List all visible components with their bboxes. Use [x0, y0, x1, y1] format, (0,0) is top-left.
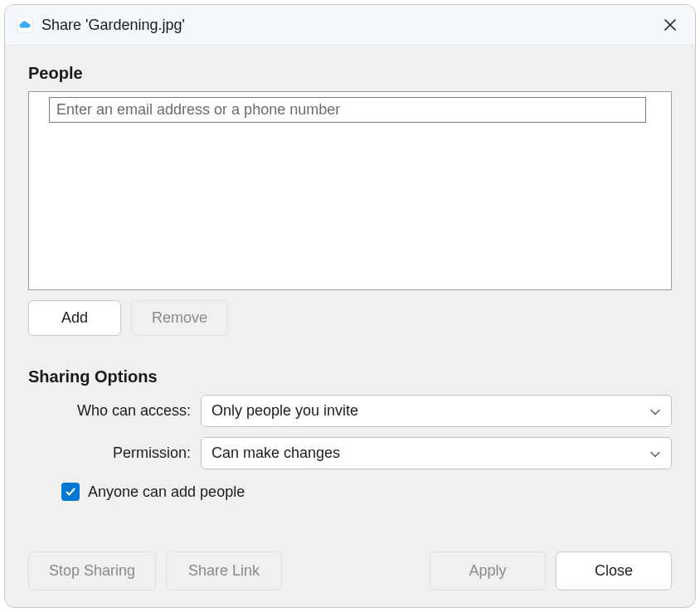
footer-left: Stop Sharing Share Link [28, 551, 282, 590]
sharing-options-section: Sharing Options Who can access: Only peo… [28, 367, 672, 501]
who-can-access-label: Who can access: [28, 402, 201, 420]
who-can-access-select-wrap: Only people you invite [201, 395, 672, 427]
anyone-can-add-checkbox[interactable] [61, 483, 80, 501]
people-heading: People [28, 64, 672, 83]
permission-select-wrap: Can make changes [201, 437, 672, 469]
remove-button[interactable]: Remove [131, 300, 228, 336]
email-input[interactable] [49, 97, 646, 123]
stop-sharing-button[interactable]: Stop Sharing [28, 551, 156, 590]
close-button[interactable]: Close [556, 551, 672, 590]
close-icon[interactable] [659, 13, 682, 36]
apply-button[interactable]: Apply [430, 551, 546, 590]
permission-select[interactable]: Can make changes [201, 437, 672, 469]
share-link-button[interactable]: Share Link [166, 551, 282, 590]
dialog-title: Share 'Gardening.jpg' [41, 17, 185, 34]
anyone-can-add-row: Anyone can add people [61, 483, 672, 501]
footer-right: Apply Close [430, 551, 672, 590]
people-list-box [28, 91, 672, 290]
titlebar: Share 'Gardening.jpg' [5, 5, 695, 46]
permission-row: Permission: Can make changes [28, 437, 672, 469]
permission-label: Permission: [28, 444, 201, 462]
titlebar-left: Share 'Gardening.jpg' [17, 17, 185, 34]
cloud-icon [17, 17, 33, 33]
dialog-footer: Stop Sharing Share Link Apply Close [28, 535, 672, 590]
who-can-access-select[interactable]: Only people you invite [201, 395, 672, 427]
people-buttons: Add Remove [28, 300, 672, 336]
anyone-can-add-label: Anyone can add people [88, 483, 245, 501]
sharing-options-heading: Sharing Options [28, 367, 672, 386]
share-dialog: Share 'Gardening.jpg' People Add Remove … [4, 4, 696, 608]
dialog-content: People Add Remove Sharing Options Who ca… [5, 46, 695, 607]
add-button[interactable]: Add [28, 300, 121, 336]
who-can-access-row: Who can access: Only people you invite [28, 395, 672, 427]
